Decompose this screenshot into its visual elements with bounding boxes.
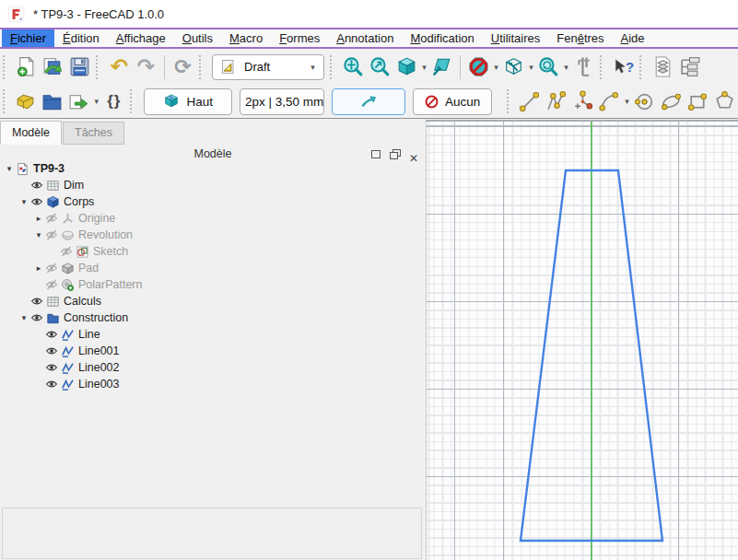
tree-item-line001[interactable]: Line001: [0, 343, 422, 359]
3d-viewport[interactable]: [426, 120, 738, 560]
toolbar-grip[interactable]: [130, 89, 135, 113]
eye-visible-icon[interactable]: [30, 311, 43, 324]
toolbar-grip[interactable]: [199, 55, 205, 79]
open-button[interactable]: [40, 53, 66, 81]
toolbar-grip[interactable]: [600, 55, 605, 79]
toolbar-grip[interactable]: [330, 55, 335, 79]
menu-modification[interactable]: Modification: [402, 29, 482, 47]
expander-icon[interactable]: ▾: [18, 197, 30, 206]
tree-item-line[interactable]: Line: [0, 326, 422, 343]
menu-edition[interactable]: Édition: [54, 29, 108, 47]
autogroup-button[interactable]: Aucun: [413, 88, 492, 115]
tree-item-corps[interactable]: ▾ Corps: [0, 193, 422, 210]
menu-macro[interactable]: Macro: [221, 29, 271, 47]
construction-mode-button[interactable]: [332, 88, 405, 115]
draft-arc-button[interactable]: [596, 88, 623, 115]
expander-icon[interactable]: ▾: [32, 230, 45, 239]
chevron-down-icon[interactable]: ▾: [420, 63, 428, 72]
eye-hidden-icon[interactable]: [45, 278, 58, 291]
panel-float-button[interactable]: [390, 149, 401, 159]
draft-line-button[interactable]: [516, 88, 543, 115]
whats-this-button[interactable]: ?: [610, 53, 637, 81]
tree-item-dim[interactable]: Dim: [0, 177, 422, 193]
expander-icon[interactable]: ▾: [3, 164, 16, 173]
title-bar[interactable]: * TP9-3 - FreeCAD 1.0.0: [0, 0, 738, 28]
tab-modele[interactable]: Modèle: [0, 121, 62, 145]
tree-item-line002[interactable]: Line002: [0, 359, 422, 376]
eye-visible-icon[interactable]: [30, 179, 43, 192]
chevron-down-icon[interactable]: ▾: [623, 97, 631, 106]
tree-item-origine[interactable]: ▸ Origine: [0, 210, 422, 227]
expander-icon[interactable]: ▾: [18, 313, 30, 322]
eye-visible-icon[interactable]: [30, 195, 43, 208]
menu-annotation[interactable]: Annotation: [328, 29, 402, 47]
clipping-plane-button[interactable]: [465, 53, 492, 81]
tree-item-construction[interactable]: ▾ Construction: [0, 309, 422, 326]
draft-rectangle-button[interactable]: [685, 88, 711, 115]
part-button[interactable]: [12, 88, 39, 115]
eye-hidden-icon[interactable]: [45, 262, 58, 274]
draft-ellipse-button[interactable]: [658, 88, 685, 115]
tree-item-line003[interactable]: Line003: [0, 376, 422, 392]
menu-fenetres[interactable]: Fenêtres: [548, 29, 612, 47]
chevron-down-icon[interactable]: ▾: [562, 63, 570, 72]
refresh-button[interactable]: ⟳: [170, 53, 196, 81]
menu-outils[interactable]: Outils: [174, 29, 221, 47]
eye-hidden-icon[interactable]: [60, 245, 73, 258]
tree-item-polarpattern[interactable]: PolarPattern: [0, 276, 422, 293]
tree-item-tp9-3[interactable]: ▾ TP9-3: [0, 160, 422, 177]
toolbar-grip[interactable]: [639, 55, 645, 79]
line-width-button[interactable]: 2px | 3,50 mm: [240, 88, 324, 115]
group-button[interactable]: [39, 88, 65, 115]
eye-visible-icon[interactable]: [45, 378, 58, 391]
eye-visible-icon[interactable]: [30, 295, 43, 308]
undo-button[interactable]: ↶: [106, 53, 133, 81]
save-button[interactable]: [66, 53, 93, 81]
tab-taches[interactable]: Tâches: [63, 122, 124, 145]
menu-affichage[interactable]: Affichage: [108, 29, 174, 47]
new-document-button[interactable]: [13, 53, 40, 81]
tree-view-button[interactable]: [676, 53, 703, 81]
eye-visible-icon[interactable]: [45, 361, 58, 374]
tree-item-calculs[interactable]: Calculs: [0, 293, 422, 309]
menu-aide[interactable]: Aide: [613, 29, 653, 47]
chevron-down-icon[interactable]: ▾: [527, 63, 535, 72]
layers-button[interactable]: [650, 53, 676, 81]
eye-hidden-icon[interactable]: [45, 212, 58, 225]
expression-button[interactable]: {}: [100, 88, 127, 115]
draft-polyline-button[interactable]: [543, 88, 569, 115]
workbench-selector[interactable]: Draft ▾: [212, 54, 324, 80]
toolbar-grip[interactable]: [3, 89, 7, 113]
tree-item-sketch[interactable]: Sketch: [0, 243, 422, 260]
fit-selection-button[interactable]: [367, 53, 393, 81]
redo-button[interactable]: ↷: [133, 53, 159, 81]
panel-collapse-button[interactable]: [370, 149, 381, 159]
view-cube-button[interactable]: [500, 53, 527, 81]
chevron-down-icon[interactable]: ▾: [492, 63, 500, 72]
draft-polygon-button[interactable]: [711, 88, 738, 115]
isometric-view-button[interactable]: [393, 53, 420, 81]
toolbar-grip[interactable]: [507, 89, 511, 113]
measure-button[interactable]: [570, 53, 597, 81]
zoom-box-button[interactable]: [428, 53, 455, 81]
fit-all-button[interactable]: [340, 53, 367, 81]
draft-circle-button[interactable]: [631, 88, 658, 115]
menu-formes[interactable]: Formes: [271, 29, 328, 47]
rotate-view-button[interactable]: [535, 53, 562, 81]
tree-item-pad[interactable]: ▸ Pad: [0, 260, 422, 276]
expander-icon[interactable]: ▸: [32, 263, 45, 273]
tree-item-revolution[interactable]: ▾ Revolution: [0, 227, 422, 243]
add-to-group-button[interactable]: [65, 88, 92, 115]
expander-icon[interactable]: ▸: [32, 214, 45, 223]
toolbar-grip[interactable]: [3, 55, 8, 79]
panel-close-button[interactable]: ✕: [409, 149, 420, 159]
eye-visible-icon[interactable]: [45, 344, 58, 357]
view-top-button[interactable]: Haut: [144, 88, 232, 115]
toolbar-grip[interactable]: [96, 55, 101, 79]
eye-visible-icon[interactable]: [45, 328, 58, 341]
chevron-down-icon[interactable]: ▾: [92, 97, 100, 106]
draft-fillet-button[interactable]: [569, 88, 596, 115]
eye-hidden-icon[interactable]: [45, 228, 58, 241]
menu-fichier[interactable]: Fichier: [2, 29, 54, 47]
menu-utilitaires[interactable]: Utilitaires: [483, 29, 548, 47]
